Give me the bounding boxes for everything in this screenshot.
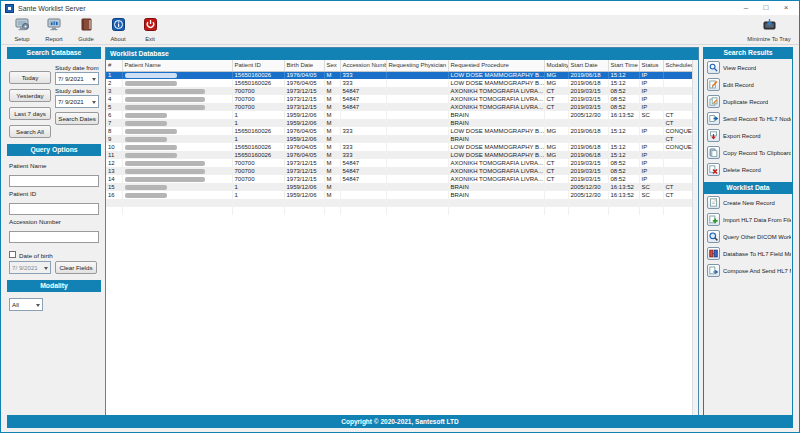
search-dates-button[interactable]: Search Dates (55, 112, 99, 125)
guide-button[interactable]: Guide (71, 16, 101, 44)
search-results-edit-record-button[interactable]: Edit Record (704, 76, 792, 93)
table-row[interactable]: 8156501600261976/04/05M333LOW DOSE MAMMO… (106, 127, 698, 135)
worklist-data-database-to-hl7-field-mapping-button[interactable]: Database To HL7 Field Mapping (704, 245, 792, 262)
search-results-view-record-button[interactable]: View Record (704, 59, 792, 76)
search-all-button[interactable]: Search All (9, 125, 51, 138)
cell-sex: M (324, 79, 340, 87)
table-row[interactable]: 47007001973/12/15M54847AXONIKH TOMOGRAFI… (106, 95, 698, 103)
setup-button[interactable]: Setup (7, 16, 37, 44)
column-header-start-date[interactable]: Start Date (568, 60, 608, 71)
cell-sex: M (324, 175, 340, 183)
column-header-sex[interactable]: Sex (324, 60, 340, 71)
cell-patient-id: 700700 (232, 103, 284, 111)
column-header-modality[interactable]: Modality (544, 60, 568, 71)
report-label: Report (45, 36, 62, 42)
cell-accession: 333 (340, 143, 386, 151)
cell-modality: MG (544, 127, 568, 135)
worklist-data-create-new-record-button[interactable]: Create New Record (704, 194, 792, 211)
patient-name-input[interactable] (9, 175, 99, 187)
minimize-button[interactable]: – (737, 2, 755, 14)
cell-sex: M (324, 87, 340, 95)
worklist-data-query-other-dicom-worklist-button[interactable]: Query Other DICOM Worklist (704, 228, 792, 245)
cell-accession: 54847 (340, 87, 386, 95)
worklist-data-import-hl7-data-from-file-button[interactable]: Import HL7 Data From File (704, 211, 792, 228)
cell-status: IP (639, 71, 663, 79)
about-button[interactable]: About (103, 16, 133, 44)
column-header-accession-number[interactable]: Accession Number (340, 60, 386, 71)
action-label: Compose And Send HL7 Message (723, 268, 791, 274)
worklist-data-compose-and-send-hl7-message-button[interactable]: Compose And Send HL7 Message (704, 262, 792, 279)
column-header-birth-date[interactable]: Birth Date (284, 60, 324, 71)
cell-start-date: 2019/03/15 (568, 175, 608, 183)
table-row[interactable]: 147007001973/12/15M54847AXONIKH TOMOGRAF… (106, 175, 698, 183)
date-of-birth-checkbox[interactable] (9, 251, 16, 258)
table-row[interactable]: 1156501600261976/04/05M333LOW DOSE MAMMO… (106, 71, 698, 79)
cell-sex: M (324, 127, 340, 135)
table-row[interactable]: 10156501600261976/04/05M333LOW DOSE MAMM… (106, 143, 698, 151)
search-results-copy-record-to-clipboard-button[interactable]: Copy Record To Clipboard (704, 144, 792, 161)
search-results-duplicate-record-button[interactable]: Duplicate Record (704, 93, 792, 110)
redacted-patient-name (125, 81, 177, 86)
empty-cell (284, 199, 324, 207)
cell-birth-date: 1959/12/06 (284, 111, 324, 119)
date-of-birth-value: 7/ 9/2021 (12, 264, 38, 271)
column-header-patient-name[interactable]: Patient Name (122, 60, 232, 71)
modality-select[interactable]: All (9, 298, 43, 311)
table-row[interactable]: 137007001973/12/15M54847AXONIKH TOMOGRAF… (106, 167, 698, 175)
table-row[interactable]: 1611959/12/06MBRAIN2005/12/3016:13:52SCC… (106, 191, 698, 199)
search-results-delete-record-button[interactable]: Delete Record (704, 161, 792, 178)
cell-num: 9 (106, 135, 122, 143)
today-button[interactable]: Today (9, 71, 51, 84)
close-button[interactable]: × (777, 2, 795, 14)
empty-cell (106, 199, 122, 207)
accession-number-input[interactable] (9, 231, 99, 243)
study-date-from-label: Study date from (55, 64, 99, 71)
cell-start-time: 15:12 (608, 151, 639, 159)
patient-id-input[interactable] (9, 203, 99, 215)
patient-name-cell (122, 191, 232, 199)
column-header-requesting-physician[interactable]: Requesting Physician (386, 60, 448, 71)
yesterday-button[interactable]: Yesterday (9, 89, 51, 102)
cell-physician (386, 119, 448, 127)
empty-cell (284, 207, 324, 215)
report-button[interactable]: Report (39, 16, 69, 44)
cell-patient-id: 1 (232, 191, 284, 199)
date-of-birth-picker[interactable]: 7/ 9/2021 (9, 261, 51, 274)
chevron-down-icon (36, 304, 40, 307)
table-row[interactable]: 911959/12/06MBRAINCT1234 (106, 135, 698, 143)
redacted-patient-name (125, 89, 205, 94)
table-row[interactable]: 611959/12/06MBRAIN2005/12/3016:13:52SCCT… (106, 111, 698, 119)
cell-modality: CT (544, 167, 568, 175)
last-7-days-button[interactable]: Last 7 days (9, 107, 51, 120)
cell-modality: CT (544, 175, 568, 183)
table-row[interactable]: 711959/12/06MBRAINCT1234 (106, 119, 698, 127)
patient-name-cell (122, 111, 232, 119)
clear-fields-button[interactable]: Clear Fields (55, 261, 97, 274)
table-row[interactable]: 1511959/12/06MBRAIN2005/12/3016:13:52SCC… (106, 183, 698, 191)
study-date-to-picker[interactable]: 7/ 9/2021 (55, 95, 99, 108)
cell-modality (544, 183, 568, 191)
column-header-status[interactable]: Status (639, 60, 663, 71)
table-scrollbar[interactable] (692, 60, 698, 416)
table-row[interactable]: 37007001973/12/15M54847AXONIKH TOMOGRAFI… (106, 87, 698, 95)
column-header--[interactable]: # (106, 60, 122, 71)
cell-start-date: 2019/03/15 (568, 159, 608, 167)
column-header-start-time[interactable]: Start Time (608, 60, 639, 71)
action-label: View Record (723, 65, 756, 71)
minimize-to-tray-button[interactable]: Minimize To Tray (747, 16, 791, 44)
left-sidebar: Search Database Today Yesterday Last 7 d… (7, 47, 101, 417)
search-results-send-record-to-hl7-node-button[interactable]: Send Record To HL7 Node (704, 110, 792, 127)
column-header-patient-id[interactable]: Patient ID (232, 60, 284, 71)
column-header-requested-procedure[interactable]: Requested Procedure (448, 60, 544, 71)
search-results-export-record-button[interactable]: Export Record (704, 127, 792, 144)
exit-icon (143, 17, 158, 35)
maximize-button[interactable]: □ (757, 2, 775, 14)
table-row[interactable]: 57007001973/12/15M54847AXONIKH TOMOGRAFI… (106, 103, 698, 111)
minimize-to-tray-icon (762, 17, 777, 35)
table-row[interactable]: 2156501600261976/04/05M333LOW DOSE MAMMO… (106, 79, 698, 87)
table-row[interactable]: 11156501600261976/04/05M333LOW DOSE MAMM… (106, 151, 698, 159)
exit-button[interactable]: Exit (135, 16, 165, 44)
cell-accession: 333 (340, 127, 386, 135)
study-date-from-picker[interactable]: 7/ 9/2021 (55, 72, 99, 85)
table-row[interactable]: 127007001973/12/15M54847AXONIKH TOMOGRAF… (106, 159, 698, 167)
